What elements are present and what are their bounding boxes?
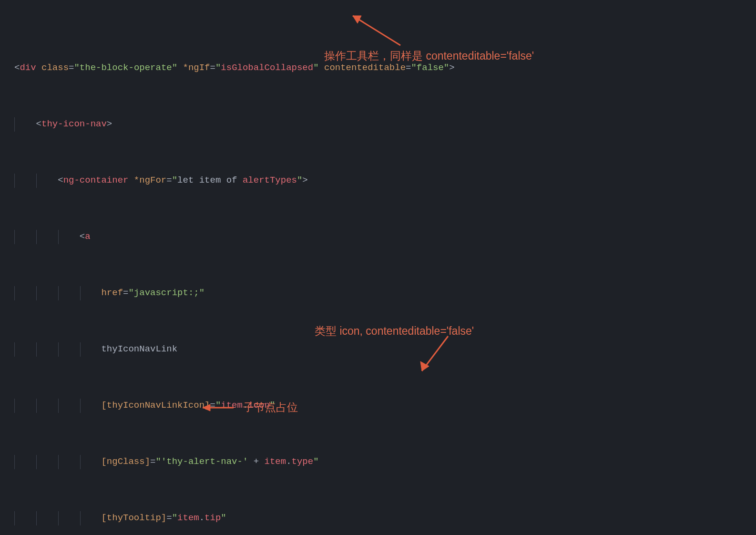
attr-name: *ngIf: [183, 62, 210, 73]
code-line[interactable]: [thyTooltip]="item.tip": [0, 511, 756, 525]
attr-name: [thyIconNavLinkIcon]: [101, 400, 210, 411]
code-line[interactable]: <ng-container *ngFor="let item of alertT…: [0, 174, 756, 188]
annotation-toolbar: 操作工具栏，同样是 contenteditable='false': [324, 49, 534, 63]
attr-value: false: [417, 62, 444, 73]
plus-op: +: [248, 456, 264, 467]
code-editor[interactable]: <div class="the-block-operate" *ngIf="is…: [0, 0, 756, 535]
code-line[interactable]: <thy-icon-nav>: [0, 117, 756, 132]
annotation-slot: 子节点占位: [243, 401, 298, 415]
attr-name: href: [101, 288, 123, 298]
attr-value: 'thy-alert-nav-': [161, 456, 248, 467]
attr-value: let item of: [177, 175, 243, 185]
attr-value: javascript:;: [134, 288, 199, 298]
attr-name: contenteditable: [324, 62, 406, 73]
code-line[interactable]: [thyIconNavLinkIcon]="item.icon": [0, 399, 756, 413]
attr-name: *ngFor: [134, 175, 166, 185]
attr-name: thyIconNavLink: [101, 344, 177, 354]
code-line[interactable]: thyIconNavLink: [0, 342, 756, 357]
tag-name: ng-container: [63, 175, 129, 185]
attr-name: [ngClass]: [101, 456, 150, 467]
annotation-icon: 类型 icon, contenteditable='false': [315, 324, 474, 339]
attr-name: class: [41, 62, 69, 73]
attr-value: the-block-operate: [80, 62, 172, 73]
code-line[interactable]: href="javascript:;": [0, 286, 756, 300]
tag-name: div: [20, 62, 36, 73]
attr-value: alertTypes: [243, 175, 297, 185]
code-line[interactable]: [ngClass]="'thy-alert-nav-' + item.type": [0, 455, 756, 469]
tag-name: a: [85, 231, 90, 242]
attr-name: [thyTooltip]: [101, 513, 166, 523]
code-line[interactable]: <a: [0, 230, 756, 244]
attr-value: isGlobalCollapsed: [221, 62, 313, 73]
tag-name: thy-icon-nav: [41, 119, 107, 129]
